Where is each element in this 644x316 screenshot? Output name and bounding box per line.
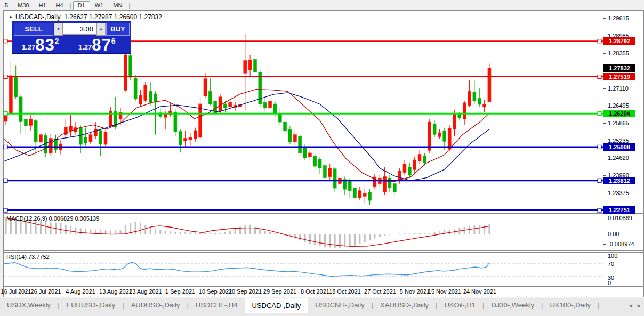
price-tick [603, 193, 606, 193]
date-label: 26 Jul 2021 [31, 288, 61, 295]
macd-tick-label: -0.008974 [608, 241, 634, 247]
collapse-triangle-icon[interactable]: ▲ [9, 14, 13, 19]
volume-input[interactable] [62, 23, 97, 35]
tab-eurusd-daily[interactable]: EURUSD-,Daily [60, 298, 123, 312]
price-tick [603, 18, 606, 19]
price-tick [603, 36, 606, 36]
date-label: 1 Sep 2021 [165, 288, 195, 295]
price-tick-label: 1.24620 [608, 155, 629, 161]
timeframe-button-MN[interactable]: MN [108, 1, 127, 11]
rsi-label: RSI(14) 73.7752 [6, 254, 50, 260]
volume-increase-button[interactable]: ▲ [96, 23, 106, 36]
toolbar-divider [129, 3, 130, 9]
date-label: 24 Nov 2021 [463, 288, 496, 295]
macd-tick [603, 218, 606, 218]
tabs-scroll-left-icon[interactable]: ◄ [628, 303, 633, 309]
title-high: 1.27987 [89, 13, 112, 21]
macd-rsi-separator-2 [3, 252, 643, 253]
chart-title: ▲USDCAD-,Daily 1.26627 1.27987 1.26600 1… [9, 13, 162, 21]
date-label: 23 Aug 2021 [129, 288, 162, 295]
rsi-tick-label: 0 [608, 280, 611, 286]
title-open: 1.26627 [64, 13, 87, 21]
macd-tick [603, 234, 606, 234]
symbol-tab-bar: ◄ ► USDX,Weekly|EURUSD-,Daily|AUDUSD-,Da… [0, 298, 644, 316]
price-tick [603, 141, 606, 141]
price-level-label: 1.27832 [603, 64, 635, 72]
tab-usdx-weekly[interactable]: USDX,Weekly [0, 298, 58, 312]
one-click-trade-panel: SELL ▼ ▲ BUY 1.27832 1.27876 [12, 21, 131, 54]
price-tick [603, 175, 606, 176]
sell-button[interactable]: SELL [14, 23, 53, 36]
rsi-tick [603, 278, 606, 278]
macd-tick-label: 0.010869 [608, 215, 632, 221]
price-tick-label: 1.25865 [608, 120, 629, 126]
price-level-label: 1.22751 [603, 206, 635, 214]
price-level-label: 1.25008 [603, 143, 635, 151]
main-macd-separator[interactable] [3, 213, 643, 214]
tab-usdcad-daily[interactable]: USDCAD-,Daily [245, 298, 309, 313]
price-tick-label: 1.26495 [608, 102, 629, 109]
timeframe-button-W1[interactable]: W1 [90, 1, 109, 11]
title-low: 1.26600 [114, 13, 137, 21]
rsi-tick [603, 283, 606, 283]
rsi-bottom-border [3, 286, 643, 287]
macd-label: MACD(12,26,9) 0.006829 0.005139 [6, 215, 99, 222]
tab-uk100-daily[interactable]: UK100-,Daily [543, 298, 598, 312]
tab-usdchf-h4[interactable]: USDCHF-,H4 [189, 298, 245, 312]
rsi-tick [603, 264, 606, 264]
price-level-label: 1.27519 [603, 73, 635, 80]
timeframe-button-H4[interactable]: H4 [51, 1, 68, 11]
price-tick [603, 106, 606, 106]
date-label: 20 Sep 2021 [229, 288, 262, 295]
date-label: 5 Nov 2021 [400, 288, 430, 295]
price-tick-label: 1.23375 [608, 190, 629, 196]
price-level-label: 1.23812 [603, 177, 635, 184]
date-label: 18 Oct 2021 [329, 288, 361, 295]
price-tick [603, 88, 606, 89]
macd-tick-label: 0.00 [608, 231, 619, 237]
macd-rsi-separator[interactable] [3, 250, 643, 251]
timeframe-button-H1[interactable]: H1 [34, 1, 51, 11]
price-tick [603, 158, 606, 158]
buy-price[interactable]: 1.27876 [78, 36, 116, 53]
tab-xauusd-daily[interactable]: XAUUSD-,Daily [373, 298, 436, 312]
timeframe-toolbar: 5M30H1H4D1W1MN [0, 0, 644, 10]
sell-price[interactable]: 1.27832 [22, 36, 59, 53]
tab-usdcnh-daily[interactable]: USDCNH-,Daily [308, 298, 371, 312]
rsi-tick [603, 256, 606, 256]
tabs-scroll-right-icon[interactable]: ► [637, 303, 642, 309]
date-label: 29 Sep 2021 [263, 288, 296, 295]
price-tick-label: 1.27110 [608, 85, 629, 92]
title-symbol: USDCAD-,Daily [15, 13, 61, 21]
date-label: 4 Aug 2021 [66, 288, 95, 295]
volume-decrease-button[interactable]: ▼ [54, 23, 63, 36]
timeframe-button-M30[interactable]: M30 [13, 1, 34, 11]
spinner-up-icon: ▲ [99, 27, 103, 31]
date-label: 27 Oct 2021 [364, 288, 396, 295]
tab-divider: | [598, 298, 599, 309]
price-tick-label: 1.29615 [608, 15, 629, 21]
price-tick [603, 123, 606, 124]
rsi-tick-label: 70 [608, 261, 614, 267]
buy-button[interactable]: BUY [106, 23, 130, 36]
date-label: 13 Aug 2021 [99, 288, 132, 295]
tab-audusd-daily[interactable]: AUDUSD-,Daily [124, 298, 187, 312]
date-label: 15 Nov 2021 [428, 288, 461, 295]
tab-ukoil-h1[interactable]: UKOil-,H1 [437, 298, 482, 312]
price-level-label: 1.26204 [603, 110, 635, 117]
date-label: 16 Jul 2021 [1, 288, 31, 295]
price-tick [603, 53, 606, 54]
rsi-tick-label: 100 [608, 253, 617, 259]
date-label: 10 Sep 2021 [199, 288, 232, 295]
tab-dj30-weekly[interactable]: DJ30-,Weekly [484, 298, 541, 312]
title-close: 1.27832 [139, 13, 162, 21]
macd-tick [603, 244, 606, 245]
spinner-down-icon: ▼ [57, 27, 61, 31]
timeframe-button-5[interactable]: 5 [0, 1, 13, 11]
price-level-label: 1.28792 [603, 37, 635, 45]
toolbar-divider [70, 3, 71, 9]
price-tick-label: 1.28355 [608, 50, 629, 56]
date-label: 8 Oct 2021 [301, 288, 329, 295]
